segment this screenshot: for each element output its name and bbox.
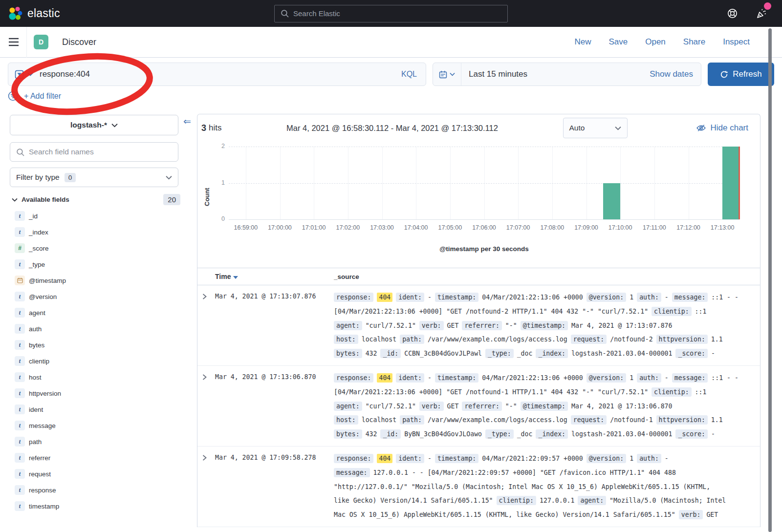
x-tick-label: 17:04:00 bbox=[398, 224, 434, 231]
field-search-input[interactable]: Search field names bbox=[10, 142, 178, 162]
text-type-icon: t bbox=[15, 356, 25, 366]
highlight-value: 404 bbox=[377, 293, 392, 302]
field-value: "-" bbox=[505, 322, 517, 329]
available-fields-header[interactable]: Available fields 20 bbox=[12, 194, 180, 205]
sort-desc-icon[interactable] bbox=[233, 276, 238, 279]
field-badge: message: bbox=[672, 373, 708, 383]
query-bar: response:404 KQL Last 15 minutes Show da… bbox=[0, 58, 782, 90]
expand-row-icon[interactable] bbox=[197, 291, 215, 361]
field-item-request[interactable]: trequest bbox=[15, 469, 194, 479]
histogram-bar[interactable] bbox=[722, 147, 739, 219]
row-time: Mar 4, 2021 @ 17:13:07.876 bbox=[215, 291, 334, 361]
nav-action-new[interactable]: New bbox=[574, 37, 591, 47]
field-item-ident[interactable]: tident bbox=[15, 404, 194, 414]
field-badge: @timestamp: bbox=[521, 321, 568, 330]
chevron-down-icon bbox=[12, 198, 18, 202]
table-row: Mar 4, 2021 @ 17:13:06.870response:404id… bbox=[197, 366, 760, 447]
filter-menu-icon[interactable] bbox=[8, 91, 18, 101]
index-pattern-selector[interactable]: logstash-* bbox=[10, 115, 178, 135]
nav-action-save[interactable]: Save bbox=[608, 37, 628, 47]
navbar-actions: NewSaveOpenShareInspect bbox=[574, 37, 774, 47]
field-value: GET bbox=[706, 511, 718, 518]
field-item-_id[interactable]: t_id bbox=[15, 211, 194, 221]
interval-select[interactable]: Auto bbox=[563, 118, 628, 138]
chevron-down-icon bbox=[450, 72, 455, 76]
table-row: Mar 4, 2021 @ 17:13:07.876response:404id… bbox=[197, 285, 760, 366]
hide-chart-button[interactable]: Hide chart bbox=[696, 123, 748, 133]
nav-action-inspect[interactable]: Inspect bbox=[723, 37, 750, 47]
field-item-clientip[interactable]: tclientip bbox=[15, 356, 194, 366]
field-item-_type[interactable]: t_type bbox=[15, 259, 194, 269]
x-tick-label: 17:13:00 bbox=[705, 224, 740, 231]
x-tick-label: 16:59:00 bbox=[228, 224, 263, 231]
collapse-sidebar-icon[interactable]: ⇐ bbox=[183, 116, 191, 127]
field-badge: clientip: bbox=[652, 387, 691, 397]
field-badge: _index: bbox=[536, 429, 568, 439]
quick-select-menu[interactable] bbox=[433, 63, 461, 85]
eye-slash-icon bbox=[696, 124, 706, 132]
field-item-referrer[interactable]: treferrer bbox=[15, 453, 194, 463]
field-badge: response: bbox=[334, 454, 373, 463]
field-item-_score[interactable]: #_score bbox=[15, 243, 194, 253]
row-time: Mar 4, 2021 @ 17:13:06.870 bbox=[215, 371, 334, 442]
date-type-icon bbox=[15, 276, 25, 285]
time-range-value[interactable]: Last 15 minutes bbox=[461, 69, 650, 79]
brand-name: elastic bbox=[27, 7, 60, 20]
field-item-host[interactable]: thost bbox=[15, 372, 194, 382]
filter-by-type-select[interactable]: Filter by type 0 bbox=[10, 168, 178, 187]
field-badge: @version: bbox=[586, 373, 626, 383]
field-value: "curl/7.52.1" bbox=[366, 403, 416, 410]
add-filter-button[interactable]: + Add filter bbox=[24, 92, 61, 101]
help-icon[interactable] bbox=[727, 8, 738, 19]
field-value: logstash-2021.03.04-000001 bbox=[571, 350, 672, 357]
x-tick-label: 17:03:00 bbox=[365, 224, 400, 231]
show-dates-button[interactable]: Show dates bbox=[650, 69, 701, 79]
field-value: - bbox=[428, 374, 432, 382]
expand-row-icon[interactable] bbox=[197, 452, 215, 522]
field-item-agent[interactable]: tagent bbox=[15, 308, 194, 318]
field-item-@timestamp[interactable]: @timestamp bbox=[15, 276, 194, 285]
histogram-bar[interactable] bbox=[603, 183, 620, 220]
text-type-icon: t bbox=[15, 485, 25, 495]
field-item-bytes[interactable]: tbytes bbox=[15, 340, 194, 350]
field-value: - bbox=[665, 374, 669, 382]
field-value: 1 bbox=[630, 374, 633, 382]
field-item-message[interactable]: tmessage bbox=[15, 421, 194, 430]
field-item-_index[interactable]: t_index bbox=[15, 227, 194, 237]
field-name: request bbox=[29, 470, 51, 478]
field-item-response[interactable]: tresponse bbox=[15, 485, 194, 495]
refresh-button[interactable]: Refresh bbox=[708, 63, 774, 86]
field-badge: ident: bbox=[396, 454, 424, 463]
query-input[interactable]: response:404 bbox=[40, 69, 392, 79]
expand-row-icon[interactable] bbox=[197, 371, 215, 442]
nav-action-share[interactable]: Share bbox=[683, 37, 705, 47]
field-item-timestamp[interactable]: ttimestamp bbox=[15, 501, 194, 511]
field-name: message bbox=[29, 422, 56, 429]
field-badge: timestamp: bbox=[435, 373, 478, 383]
global-search-input[interactable]: Search Elastic bbox=[274, 5, 508, 22]
field-item-httpversion[interactable]: thttpversion bbox=[15, 388, 194, 398]
page-scrollbar[interactable] bbox=[768, 28, 772, 532]
field-value: "curl/7.52.1" bbox=[366, 322, 416, 329]
field-badge: request: bbox=[571, 335, 607, 344]
field-badge: httpversion: bbox=[656, 415, 708, 425]
menu-hamburger-icon[interactable] bbox=[8, 37, 20, 47]
column-header-time[interactable]: Time bbox=[215, 273, 334, 280]
newsfeed-icon[interactable] bbox=[756, 8, 767, 20]
elastic-logo[interactable]: elastic bbox=[8, 6, 60, 21]
field-badge: clientip: bbox=[652, 307, 691, 316]
query-language-button[interactable]: KQL bbox=[392, 70, 426, 79]
field-item-auth[interactable]: tauth bbox=[15, 324, 194, 334]
field-value: 432 bbox=[366, 350, 377, 357]
saved-query-menu[interactable] bbox=[8, 70, 40, 79]
field-value: _doc bbox=[517, 430, 533, 438]
x-tick-label: 17:10:00 bbox=[603, 224, 638, 231]
field-badge: path: bbox=[400, 335, 424, 344]
field-item-@version[interactable]: t@version bbox=[15, 292, 194, 301]
field-item-path[interactable]: tpath bbox=[15, 437, 194, 447]
chart-gridline bbox=[229, 183, 739, 184]
nav-action-open[interactable]: Open bbox=[645, 37, 666, 47]
field-badge: verb: bbox=[679, 510, 703, 519]
field-value: GET bbox=[447, 403, 459, 410]
chart-x-axis-title: @timestamp per 30 seconds bbox=[229, 245, 739, 253]
